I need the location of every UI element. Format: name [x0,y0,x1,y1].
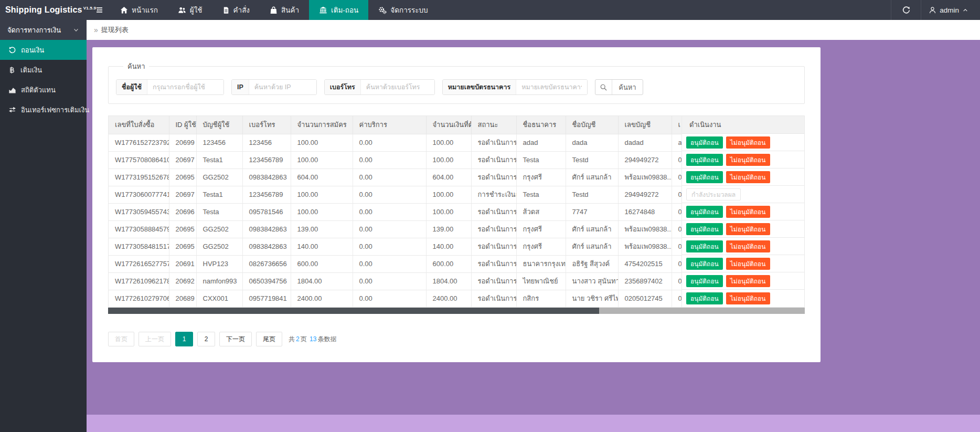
cell-user-account: GG2502 [196,238,242,255]
username-input[interactable] [147,80,223,94]
summary-total-records: 13 [308,335,317,343]
sidebar-group-label: จัดการทางการเงิน [7,25,61,36]
col-net-amount: จำนวนเงินที่ต้อง... [426,116,471,134]
cell-apply-amount: 1804.00 [291,272,353,290]
sidebar-group-finance[interactable]: จัดการทางการเงิน [0,20,87,40]
cell-fee: 0.00 [353,255,426,272]
action-row: อนุมัติถอน ไม่อนุมัติถอน [682,220,804,238]
cell-order-no: W177261096217806 [109,272,169,290]
col-user-id: ID ผู้ใช้ [169,116,196,134]
cell-order-no: W177261027970652 [109,290,169,307]
nav-label: เติม-ถอน [331,4,358,16]
nav-item-users[interactable]: ผู้ใช้ [168,0,212,20]
reject-withdraw-button[interactable]: ไม่อนุมัติถอน [726,258,770,270]
reject-withdraw-button[interactable]: ไม่อนุมัติถอน [726,223,770,235]
scrollbar-thumb[interactable] [108,308,599,314]
reject-withdraw-button[interactable]: ไม่อนุมัติถอน [726,171,770,183]
cell-net-amount: 600.00 [426,255,471,272]
area-chart-icon [8,86,16,94]
search-panel-title: ค้นหา [123,61,149,72]
cell-user-account: CXX001 [196,290,242,307]
cell-user-id: 20689 [169,290,196,307]
withdraw-list-card: ค้นหา ชื่อผู้ใช้ IP เบอร์โทร [92,47,821,362]
page-button-1[interactable]: 1 [175,332,193,346]
sidebar-item-deposit[interactable]: เติมเงิน [0,60,87,80]
cell-account-name: Testd [566,151,618,168]
ip-input[interactable] [249,80,316,94]
cell-status: รอดำเนินการ [471,255,516,272]
nav-item-orders[interactable]: คำสั่ง [212,0,260,20]
footer-strip [87,415,980,432]
approve-withdraw-button[interactable]: อนุมัติถอน [686,206,723,218]
cell-phone: 123456789 [242,186,291,203]
nav-item-products[interactable]: สินค้า [260,0,309,20]
cell-bank-name: ส้วดส [516,203,566,220]
cell-account-no: 2356897402 [618,272,672,290]
cell-user-id: 20699 [169,134,196,151]
approve-withdraw-button[interactable]: อนุมัติถอน [686,154,723,166]
nav-item-deposit-withdraw[interactable]: เติม-ถอน [309,0,368,20]
reject-withdraw-button[interactable]: ไม่อนุมัติถอน [726,275,770,287]
sidebar-item-deposit-interface[interactable]: อินเทอร์เฟซการเติมเงิน [0,100,87,120]
cell-fee: 0.00 [353,151,426,168]
search-button[interactable]: ค้นหา [595,79,643,95]
approve-withdraw-button[interactable]: อนุมัติถอน [686,136,723,149]
swap-arrows-icon [8,106,16,113]
approve-withdraw-button[interactable]: อนุมัติถอน [686,223,723,235]
hamburger-icon [95,6,104,14]
page-next-button[interactable]: 下一页 [219,332,252,346]
refresh-button[interactable] [891,0,921,20]
bank-card-field-label: หมายเลขบัตรธนาคาร [443,80,516,94]
chevron-down-icon [73,27,79,33]
cell-net-amount: 100.00 [426,134,471,151]
page-first-button[interactable]: 首页 [108,332,134,346]
cell-fee: 0.00 [353,290,426,307]
action-column: ดำเนินงาน อนุมัติถอน ไม่อนุมัติถอน อนุมั… [681,116,804,307]
cell-fee: 0.00 [353,134,426,151]
home-icon [120,6,128,14]
sidebar-toggle[interactable] [88,0,110,20]
reject-withdraw-button[interactable]: ไม่อนุมัติถอน [726,136,770,149]
nav-item-system[interactable]: จัดการระบบ [368,0,438,20]
reject-withdraw-button[interactable]: ไม่อนุมัติถอน [726,292,770,304]
ip-field-label: IP [232,80,249,94]
approve-withdraw-button[interactable]: อนุมัติถอน [686,240,723,252]
app-logo: Shipping Logistics V1.5.9 [0,0,88,20]
search-panel: ค้นหา ชื่อผู้ใช้ IP เบอร์โทร [108,61,805,104]
nav-item-home[interactable]: หน้าแรก [110,0,168,20]
page-prev-button[interactable]: 上一页 [139,332,171,346]
col-phone: เบอร์โทร [242,116,291,134]
approve-withdraw-button[interactable]: อนุมัติถอน [686,258,723,270]
approve-withdraw-button[interactable]: อนุมัติถอน [686,292,723,304]
page-last-button[interactable]: 尾页 [256,332,282,346]
page-button-2[interactable]: 2 [197,332,215,346]
cell-net-amount: 100.00 [426,186,471,203]
action-row: อนุมัติถอน ไม่อนุมัติถอน [682,168,804,186]
cell-user-id: 20695 [169,220,196,238]
cell-account-name: 7747 [566,203,618,220]
horizontal-scrollbar[interactable] [108,308,805,314]
cell-user-account: Testa1 [196,186,242,203]
cell-order-no: W177305888457983 [109,220,169,238]
cell-apply-amount: 604.00 [291,168,353,186]
cell-status: รอดำเนินการ [471,203,516,220]
cell-account-no: 4754202515 [618,255,672,272]
phone-input[interactable] [361,80,434,94]
bank-card-input[interactable] [516,80,587,94]
reject-withdraw-button[interactable]: ไม่อนุมัติถอน [726,154,770,166]
caret-up-icon [962,7,968,13]
content-background: ค้นหา ชื่อผู้ใช้ IP เบอร์โทร [87,40,980,415]
reject-withdraw-button[interactable]: ไม่อนุมัติถอน [726,240,770,252]
sidebar-item-agent-stats[interactable]: สถิติตัวแทน [0,80,87,100]
user-menu[interactable]: admin [921,0,980,20]
approve-withdraw-button[interactable]: อนุมัติถอน [686,275,723,287]
cell-fee: 0.00 [353,186,426,203]
history-icon [8,46,16,54]
approve-withdraw-button[interactable]: อนุมัติถอน [686,171,723,183]
reject-withdraw-button[interactable]: ไม่อนุมัติถอน [726,206,770,218]
withdraw-table: เลขที่ใบสั่งซื้อ ID ผู้ใช้ บัญชีผู้ใช้ เ… [108,115,805,308]
cell-bank-name: Testa [516,186,566,203]
cell-fee: 0.00 [353,220,426,238]
phone-field-group: เบอร์โทร [324,79,435,95]
sidebar-item-withdraw[interactable]: ถอนเงิน [0,40,87,60]
